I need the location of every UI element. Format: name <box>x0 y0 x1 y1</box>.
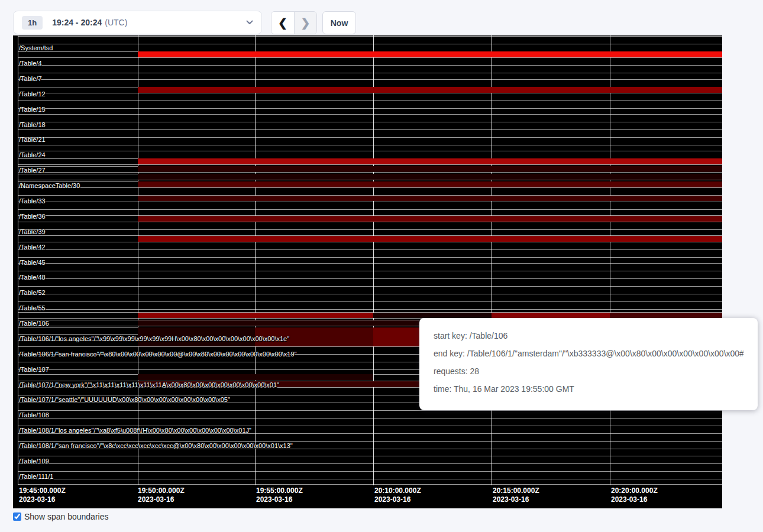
time-axis-tick: 20:10:00.000Z2023-03-16 <box>374 486 421 504</box>
span-key-label: /Table/107/1/"new york"/"\x11\x11\x11\x1… <box>19 382 279 388</box>
hover-tooltip: start key: /Table/106 end key: /Table/10… <box>419 318 758 410</box>
span-boundary-line <box>18 73 722 73</box>
heat-band <box>138 158 722 164</box>
tick-date: 2023-03-16 <box>256 495 303 504</box>
span-key-label: /Table/7 <box>19 76 42 82</box>
heat-band <box>138 320 419 326</box>
now-button[interactable]: Now <box>322 11 356 34</box>
span-key-label: /Table/106/1/"los angeles"/"\x99\x99\x99… <box>19 336 289 342</box>
time-range-selector[interactable]: 1h 19:24 - 20:24 (UTC) <box>13 11 262 34</box>
span-boundary-line <box>18 418 722 419</box>
span-key-label: /Table/15 <box>19 106 46 113</box>
span-boundary-line <box>18 57 722 58</box>
span-boundary-line <box>18 484 722 485</box>
heat-band <box>492 313 610 318</box>
heat-band <box>373 313 492 318</box>
span-boundary-line <box>18 471 722 472</box>
range-timezone: (UTC) <box>105 18 127 27</box>
tick-time: 19:50:00.000Z <box>138 486 185 495</box>
span-boundary-line <box>18 286 722 287</box>
span-key-label: /Table/111/1 <box>19 473 53 480</box>
tooltip-time: time: Thu, 16 Mar 2023 19:55:00 GMT <box>434 384 743 394</box>
chevron-left-icon: ❮ <box>278 16 287 30</box>
span-key-label: /Table/12 <box>19 91 46 98</box>
span-boundary-line <box>18 249 722 250</box>
tick-time: 19:55:00.000Z <box>256 486 303 495</box>
span-boundary-line <box>18 145 722 145</box>
span-boundary-line <box>18 301 722 302</box>
span-key-label: /Table/55 <box>19 305 46 312</box>
heat-band <box>610 313 722 318</box>
span-boundary-line <box>18 309 722 310</box>
span-boundary-line <box>18 164 722 165</box>
span-key-label: /Table/4 <box>19 60 42 67</box>
show-span-boundaries-label: Show span boundaries <box>24 512 108 521</box>
tooltip-requests: requests: 28 <box>434 366 743 376</box>
tick-time: 20:15:00.000Z <box>493 486 539 495</box>
span-boundary-line <box>18 278 722 279</box>
tick-time: 20:20:00.000Z <box>611 486 658 495</box>
span-boundary-line <box>18 93 722 93</box>
tick-date: 2023-03-16 <box>138 495 185 504</box>
span-key-label: /Table/33 <box>19 198 46 205</box>
heat-band <box>138 181 722 187</box>
time-axis-tick: 20:20:00.000Z2023-03-16 <box>611 486 658 504</box>
span-boundary-line <box>18 79 722 80</box>
heat-band <box>138 166 722 172</box>
time-axis-tick: 19:50:00.000Z2023-03-16 <box>138 486 185 504</box>
span-key-label: /Table/45 <box>19 259 46 266</box>
span-boundary-line <box>18 294 722 294</box>
span-boundary-line <box>18 463 722 464</box>
span-boundary-line <box>18 229 722 230</box>
show-span-boundaries-control[interactable]: Show span boundaries <box>13 512 108 521</box>
time-axis-tick: 19:55:00.000Z2023-03-16 <box>256 486 303 504</box>
heat-band <box>138 313 373 318</box>
span-key-label: /Table/48 <box>19 274 46 281</box>
span-boundary-line <box>18 410 722 411</box>
span-boundary-line <box>18 114 722 115</box>
time-gridline <box>18 35 18 485</box>
span-boundary-line <box>18 137 722 138</box>
span-key-label: /Table/106/1/"san francisco"/"\x80\x00\x… <box>19 351 297 358</box>
time-gridline <box>492 35 492 485</box>
next-interval-button[interactable]: ❯ <box>294 12 316 34</box>
span-boundary-line <box>18 100 722 101</box>
heat-band <box>138 174 722 180</box>
span-key-label: /NamespaceTable/30 <box>19 183 80 189</box>
tooltip-end-key: end key: /Table/106/1/"amsterdam"/"\xb33… <box>434 349 743 358</box>
span-key-label: /Table/108/1/"los angeles"/"\xa8\xf5\u00… <box>19 427 251 434</box>
range-text: 19:24 - 20:24 <box>52 18 102 27</box>
tick-date: 2023-03-16 <box>611 495 658 504</box>
key-visualizer-canvas[interactable]: /System/tsd/Table/4/Table/7/Table/12/Tab… <box>13 35 722 508</box>
span-key-label: /Table/107 <box>19 366 49 373</box>
time-axis-tick: 20:15:00.000Z2023-03-16 <box>493 486 539 504</box>
tick-date: 2023-03-16 <box>493 495 539 504</box>
span-key-label: /Table/18 <box>19 122 46 128</box>
time-gridline <box>138 35 138 485</box>
span-boundary-line <box>18 36 722 37</box>
key-visualizer-page: 1h 19:24 - 20:24 (UTC) ❮ ❯ Now /System/t… <box>0 0 763 532</box>
time-gridline <box>255 35 256 485</box>
span-boundary-line <box>18 202 722 202</box>
span-boundary-line <box>18 151 722 151</box>
span-boundary-line <box>18 108 722 109</box>
span-key-label: /Table/39 <box>19 229 46 235</box>
time-gridline <box>373 35 374 485</box>
span-key-label: /Table/27 <box>19 167 46 174</box>
span-key-label: /Table/109 <box>19 458 49 465</box>
span-boundary-line <box>18 257 722 258</box>
span-boundary-line <box>18 187 722 188</box>
span-boundary-line <box>18 65 722 66</box>
span-boundary-line <box>18 456 722 456</box>
span-key-label: /System/tsd <box>19 45 53 51</box>
time-nav-group: ❮ ❯ <box>271 11 317 34</box>
span-key-label: /Table/42 <box>19 244 46 251</box>
heat-band <box>138 51 722 57</box>
show-span-boundaries-checkbox[interactable] <box>13 512 21 521</box>
span-boundary-line <box>18 441 722 442</box>
span-boundary-line <box>18 172 722 173</box>
chevron-right-icon: ❯ <box>301 16 311 30</box>
prev-interval-button[interactable]: ❮ <box>271 12 294 34</box>
heat-band <box>138 196 722 201</box>
span-boundary-line <box>18 263 722 264</box>
